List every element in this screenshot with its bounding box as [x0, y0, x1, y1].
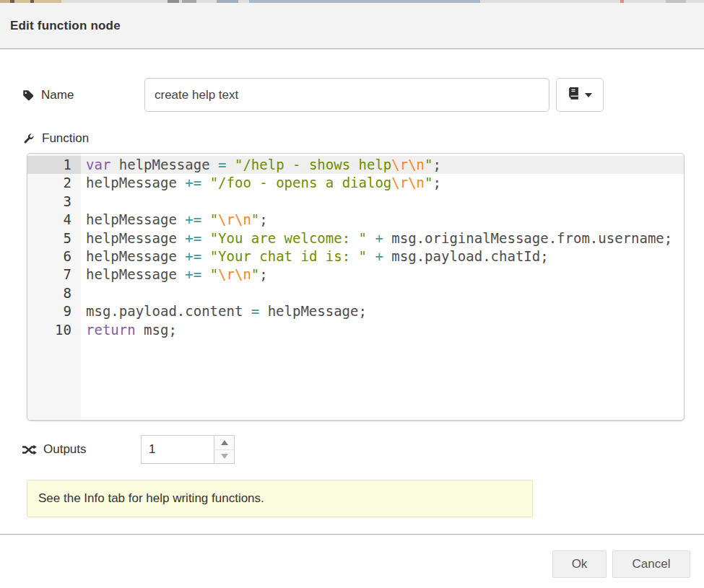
code-line[interactable]: [81, 284, 684, 302]
code-token: [201, 175, 209, 190]
code-token: +=: [185, 211, 201, 227]
code-line[interactable]: msg.payload.content = helpMessage;: [81, 302, 684, 320]
dialog-header: Edit function node: [0, 3, 704, 49]
gutter-line-number: 6: [27, 247, 81, 266]
code-token: ;: [433, 175, 441, 190]
name-label-text: Name: [41, 88, 74, 102]
dialog-title: Edit function node: [10, 19, 121, 33]
spinner-buttons: [214, 436, 234, 463]
code-line[interactable]: [81, 193, 684, 211]
code-token: "You are welcome: ": [210, 230, 367, 246]
code-token: +=: [185, 266, 201, 282]
shuffle-icon: [22, 443, 37, 457]
ok-button[interactable]: Ok: [552, 550, 607, 578]
code-token: helpMessage: [86, 266, 185, 282]
tag-icon: [22, 89, 35, 102]
code-token: [201, 211, 209, 227]
edit-function-node-dialog: Edit function node Name: [0, 3, 704, 588]
code-line[interactable]: helpMessage += "/foo - opens a dialog\r\…: [81, 174, 684, 192]
spinner-up-button[interactable]: [214, 436, 234, 450]
code-token: msg.originalMessage.from.username;: [383, 230, 672, 246]
code-token: ;: [259, 266, 267, 282]
code-token: =: [251, 303, 259, 319]
name-input[interactable]: [144, 78, 549, 112]
function-label: Function: [22, 130, 89, 147]
outputs-label: Outputs: [22, 435, 87, 464]
arrow-down-icon: [221, 454, 228, 459]
code-token: \r\n: [218, 211, 251, 227]
code-token: ": [210, 211, 218, 227]
code-line[interactable]: helpMessage += "Your chat id is: " + msg…: [81, 247, 684, 266]
outputs-spinner: [141, 435, 235, 464]
code-token: ": [425, 175, 433, 190]
code-token: [227, 157, 235, 172]
code-line[interactable]: helpMessage += "\r\n";: [81, 211, 684, 229]
gutter-line-number: 3: [27, 193, 81, 211]
code-line[interactable]: return msg;: [81, 321, 684, 339]
code-token: ": [210, 266, 218, 282]
name-label: Name: [22, 78, 74, 112]
code-lines[interactable]: var helpMessage = "/help - shows help\r\…: [81, 154, 684, 420]
code-token: helpMessage;: [259, 303, 367, 319]
code-token: helpMessage: [86, 175, 185, 190]
code-token: +=: [185, 248, 201, 264]
wrench-icon: [22, 132, 35, 146]
cancel-button[interactable]: Cancel: [612, 550, 690, 578]
function-code-editor[interactable]: 12345678910 var helpMessage = "/help - s…: [27, 153, 685, 421]
code-token: ;: [259, 211, 267, 227]
code-token: ;: [433, 157, 441, 172]
code-token: ": [251, 211, 259, 227]
code-token: [367, 248, 375, 264]
code-token: helpMessage: [110, 157, 218, 172]
code-token: "/help - shows help: [235, 157, 391, 172]
code-token: \r\n: [218, 266, 251, 282]
code-token: ": [425, 157, 433, 172]
footer-separator: [0, 534, 704, 535]
code-token: [201, 266, 209, 282]
code-token: ": [251, 266, 259, 282]
code-token: "Your chat id is: ": [210, 248, 367, 264]
code-token: helpMessage: [86, 230, 185, 246]
code-token: "/foo - opens a dialog: [210, 175, 392, 190]
code-line[interactable]: var helpMessage = "/help - shows help\r\…: [81, 156, 684, 174]
gutter-line-number: 7: [27, 266, 81, 284]
book-icon: [568, 87, 580, 103]
code-token: \r\n: [391, 175, 425, 190]
library-button[interactable]: [556, 78, 604, 112]
gutter-line-number: 8: [27, 284, 81, 302]
gutter-line-number: 10: [27, 321, 81, 339]
code-token: [201, 248, 209, 264]
code-token: helpMessage: [86, 211, 185, 227]
gutter-line-number: 1: [27, 156, 81, 174]
outputs-label-text: Outputs: [43, 442, 87, 457]
code-token: [201, 230, 209, 246]
code-token: helpMessage: [86, 248, 185, 264]
code-line[interactable]: helpMessage += "You are welcome: " + msg…: [81, 229, 684, 247]
form-tip: See the Info tab for help writing functi…: [27, 480, 533, 517]
code-token: return: [86, 322, 136, 338]
code-token: msg;: [136, 322, 177, 338]
code-token: [367, 230, 375, 246]
code-line[interactable]: helpMessage += "\r\n";: [81, 266, 684, 284]
code-token: \r\n: [391, 157, 425, 172]
outputs-input[interactable]: [142, 436, 214, 463]
code-token: +: [375, 248, 383, 264]
form-tip-text: See the Info tab for help writing functi…: [38, 491, 264, 506]
spinner-down-button[interactable]: [214, 450, 234, 464]
code-token: msg.payload.chatId;: [383, 248, 549, 264]
function-label-text: Function: [42, 131, 89, 146]
arrow-up-icon: [221, 440, 228, 445]
code-token: +=: [185, 175, 201, 190]
caret-down-icon: [585, 93, 592, 97]
code-token: msg.payload.content: [86, 303, 251, 319]
editor-gutter: 12345678910: [27, 154, 81, 420]
code-token: var: [86, 157, 110, 172]
gutter-line-number: 2: [27, 174, 81, 192]
gutter-line-number: 5: [27, 229, 81, 247]
code-token: +: [375, 230, 383, 246]
code-token: =: [218, 157, 226, 172]
code-token: +=: [185, 230, 201, 246]
gutter-line-number: 4: [27, 211, 81, 229]
gutter-line-number: 9: [27, 302, 81, 320]
